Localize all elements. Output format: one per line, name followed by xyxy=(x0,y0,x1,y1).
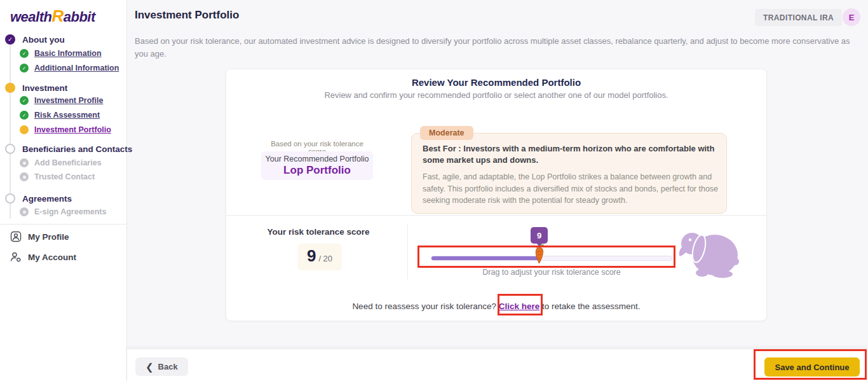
sidebar-item-additional-information[interactable]: ✓ Additional Information xyxy=(20,64,119,73)
score-box: 9 / 20 xyxy=(297,244,342,270)
back-button[interactable]: ❮ Back xyxy=(135,357,188,376)
carrot-slider-handle-icon[interactable] xyxy=(532,244,546,265)
account-settings-icon xyxy=(10,251,22,263)
score-value: 9 xyxy=(307,246,316,266)
check-icon: ✓ xyxy=(5,34,15,45)
sidebar-item-risk-assessment[interactable]: ✓ Risk Assessment xyxy=(20,111,100,120)
account-type-badge: TRADITIONAL IRA xyxy=(755,9,842,26)
risk-description-text: Fast, agile, and adaptable, the Lop Port… xyxy=(423,171,724,205)
sidebar-divider xyxy=(0,224,127,225)
reassess-text: to retake the assessment. xyxy=(539,301,640,311)
sidebar-item-add-beneficiaries: Add Beneficiaries xyxy=(20,158,102,167)
portfolio-review-card: Review Your Recommended Portfolio Review… xyxy=(226,69,767,321)
check-icon: ✓ xyxy=(20,96,29,105)
risk-level-badge: Moderate xyxy=(420,126,473,140)
sidebar-link-label: Add Beneficiaries xyxy=(34,158,102,167)
sidebar: wealthRabbit ✓ About you ✓ Basic Informa… xyxy=(0,0,127,381)
in-progress-step-icon xyxy=(20,125,29,134)
sidebar-link-label: E-sign Agreements xyxy=(34,207,106,216)
risk-level-description-box: Best For : Investors with a medium-term … xyxy=(411,133,727,214)
vertical-divider xyxy=(407,224,408,279)
score-max: / 20 xyxy=(318,254,332,263)
card-subtitle: Review and confirm your recommended port… xyxy=(226,90,766,100)
score-label: Your risk tolerance score xyxy=(252,227,385,237)
sidebar-section-investment: Investment xyxy=(5,83,67,93)
section-label: About you xyxy=(22,35,65,45)
footer-action-bar: ❮ Back Save and Continue xyxy=(127,349,868,381)
card-title: Review Your Recommended Portfolio xyxy=(226,77,766,88)
rabbit-r-icon: R xyxy=(51,6,63,25)
dot-icon xyxy=(20,172,29,181)
risk-slider-fill xyxy=(431,256,541,260)
sidebar-item-basic-information[interactable]: ✓ Basic Information xyxy=(20,49,102,58)
check-icon: ✓ xyxy=(20,111,29,120)
section-label: Agreements xyxy=(22,194,72,204)
sidebar-link-label: Basic Information xyxy=(34,49,102,58)
slider-hint: Drag to adjust your risk tolerance score xyxy=(431,268,672,277)
sidebar-item-esign-agreements: E-sign Agreements xyxy=(20,207,106,216)
dot-icon xyxy=(20,207,29,216)
chevron-left-icon: ❮ xyxy=(146,362,154,371)
user-avatar[interactable]: E xyxy=(843,8,860,26)
dot-icon xyxy=(20,158,29,167)
section-label: Investment xyxy=(22,83,67,93)
check-icon: ✓ xyxy=(20,49,29,58)
recommendation-label: Your Recommended Portfolio xyxy=(261,155,373,163)
section-label: Beneficiaries and Contacts xyxy=(22,144,132,154)
in-progress-step-icon xyxy=(5,83,15,93)
steps-connector-line xyxy=(10,45,11,219)
horizontal-divider xyxy=(226,215,766,216)
sidebar-section-agreements: Agreements xyxy=(5,193,72,204)
sidebar-item-investment-portfolio[interactable]: Investment Portfolio xyxy=(20,125,111,134)
profile-icon xyxy=(10,231,22,242)
wealthrabbit-logo: wealthRabbit xyxy=(10,6,95,26)
logo-text: wealth xyxy=(10,9,51,25)
sidebar-link-label: My Account xyxy=(28,253,76,262)
page-title: Investment Portfolio xyxy=(135,9,239,22)
save-and-continue-button[interactable]: Save and Continue xyxy=(764,357,860,377)
sidebar-link-label: Investment Portfolio xyxy=(34,125,111,134)
page-description: Based on your risk tolerance, our automa… xyxy=(135,35,862,60)
reassess-line: Need to reassess your risk tolerance? Cl… xyxy=(226,301,766,311)
sidebar-link-label: Risk Assessment xyxy=(34,111,100,120)
sidebar-item-trusted-contact: Trusted Contact xyxy=(20,172,95,181)
sidebar-item-my-profile[interactable]: My Profile xyxy=(10,231,69,242)
sidebar-item-investment-profile[interactable]: ✓ Investment Profile xyxy=(20,96,103,105)
risk-slider-track[interactable] xyxy=(431,256,672,261)
rabbit-illustration xyxy=(678,225,739,282)
sidebar-item-my-account[interactable]: My Account xyxy=(10,251,76,263)
sidebar-link-label: Investment Profile xyxy=(34,96,103,105)
sidebar-section-about-you: ✓ About you xyxy=(5,34,65,45)
pending-step-icon xyxy=(5,144,15,154)
sidebar-section-beneficiaries: Beneficiaries and Contacts xyxy=(5,144,132,154)
portfolio-name: Lop Portfolio xyxy=(261,164,373,177)
retake-assessment-link[interactable]: Click here xyxy=(499,301,540,311)
logo-text: abbit xyxy=(64,9,95,25)
app-window: wealthRabbit ✓ About you ✓ Basic Informa… xyxy=(0,0,868,381)
pending-step-icon xyxy=(5,193,15,204)
sidebar-link-label: My Profile xyxy=(28,232,69,242)
back-button-label: Back xyxy=(158,362,178,371)
best-for-text: Best For : Investors with a medium-term … xyxy=(423,143,721,166)
sidebar-link-label: Additional Information xyxy=(34,64,119,73)
slider-value-tooltip: 9 xyxy=(531,227,548,244)
reassess-text: Need to reassess your risk tolerance? xyxy=(352,301,498,311)
recommended-portfolio-box: Your Recommended Portfolio Lop Portfolio xyxy=(261,151,373,180)
sidebar-link-label: Trusted Contact xyxy=(34,172,95,181)
check-icon: ✓ xyxy=(20,64,29,73)
